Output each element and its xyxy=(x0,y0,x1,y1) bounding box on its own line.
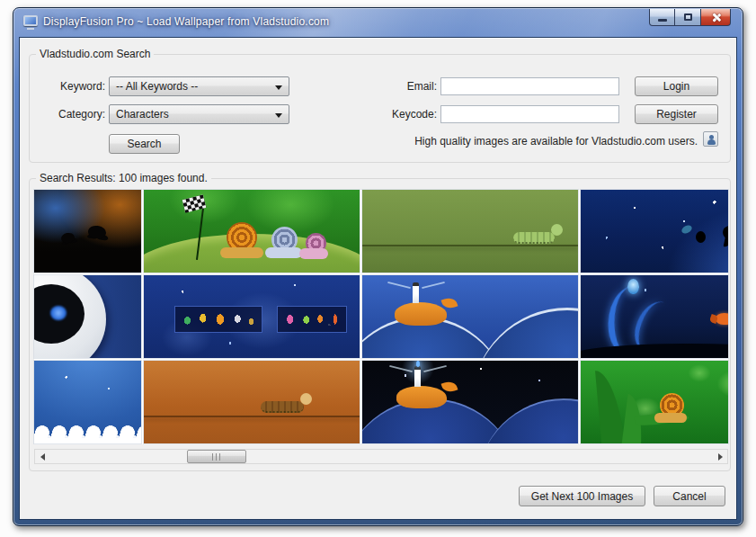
scrollbar-track[interactable] xyxy=(49,450,713,463)
thumbnail[interactable] xyxy=(362,361,578,443)
vladstudio-user-info-button[interactable] xyxy=(703,131,718,147)
get-next-100-images-button[interactable]: Get Next 100 Images xyxy=(519,486,645,506)
wallpaper-art-robot-eye xyxy=(34,275,141,358)
category-dropdown-value: Characters xyxy=(116,108,169,121)
wallpaper-art-night-comma xyxy=(581,190,728,273)
results-group-title: Search Results: 100 images found. xyxy=(36,172,211,184)
keyword-dropdown-value: -- All Keywords -- xyxy=(116,80,198,93)
wallpaper-art-night-plant xyxy=(581,275,728,358)
vladstudio-user-icon-body xyxy=(707,139,716,145)
keyword-dropdown[interactable]: -- All Keywords -- xyxy=(109,76,289,96)
thumbnail[interactable] xyxy=(581,361,728,443)
chevron-down-icon xyxy=(275,85,282,90)
search-groupbox: Vladstudio.com Search Keyword: -- All Ke… xyxy=(29,54,731,163)
cancel-button[interactable]: Cancel xyxy=(654,486,725,506)
scroll-left-button[interactable] xyxy=(35,450,49,463)
keycode-field[interactable] xyxy=(440,105,619,123)
login-button[interactable]: Login xyxy=(635,76,718,96)
thumbnail-grid xyxy=(34,190,728,444)
wallpaper-art-whale-day xyxy=(362,275,578,358)
thumbnail[interactable] xyxy=(144,361,360,443)
thumbnail[interactable] xyxy=(581,275,728,358)
thumbnail[interactable] xyxy=(581,190,728,273)
dialog-client-area: Vladstudio.com Search Keyword: -- All Ke… xyxy=(19,37,737,520)
wallpaper-art-orange-caterpillar xyxy=(144,361,360,443)
title-bar: DisplayFusion Pro ~ Load Wallpaper from … xyxy=(13,8,743,37)
scroll-right-button[interactable] xyxy=(713,450,727,463)
dialog-window: DisplayFusion Pro ~ Load Wallpaper from … xyxy=(13,7,743,526)
horizontal-scrollbar[interactable] xyxy=(34,449,728,464)
close-button[interactable] xyxy=(701,9,731,26)
monitor-icon-stand xyxy=(27,28,34,30)
email-label: Email: xyxy=(371,80,437,93)
high-quality-info-text: High quality images are available for Vl… xyxy=(414,135,698,148)
wallpaper-art-snail-race xyxy=(144,190,360,273)
results-groupbox: Search Results: 100 images found. xyxy=(29,178,731,471)
keyword-label: Keyword: xyxy=(37,80,105,93)
wallpaper-art-whale-night xyxy=(362,361,578,443)
keycode-label: Keycode: xyxy=(371,108,437,121)
monitor-icon-screen xyxy=(23,15,38,26)
thumbnail[interactable] xyxy=(34,190,141,273)
close-icon xyxy=(711,13,721,22)
maximize-button[interactable] xyxy=(675,9,701,26)
wallpaper-art-green-caterpillar xyxy=(362,190,578,273)
minimize-button[interactable] xyxy=(649,9,675,26)
thumbnail[interactable] xyxy=(34,275,141,358)
search-button[interactable]: Search xyxy=(109,134,180,154)
window-controls xyxy=(649,9,731,26)
register-button[interactable]: Register xyxy=(635,104,718,124)
thumbnail[interactable] xyxy=(362,190,578,273)
search-group-title: Vladstudio.com Search xyxy=(36,48,154,60)
monitor-icon xyxy=(23,15,39,29)
thumbnail-row xyxy=(34,361,728,443)
category-label: Category: xyxy=(37,108,105,121)
scroll-left-icon xyxy=(40,453,45,461)
thumbnail[interactable] xyxy=(34,361,141,443)
scrollbar-grip-icon xyxy=(212,453,221,461)
scroll-right-icon xyxy=(718,453,723,461)
scrollbar-thumb[interactable] xyxy=(187,450,246,463)
thumbnail[interactable] xyxy=(144,190,360,273)
thumbnail-row xyxy=(34,275,728,358)
wallpaper-art-space-shelves xyxy=(144,275,360,358)
category-dropdown[interactable]: Characters xyxy=(109,104,289,124)
wallpaper-art-ants xyxy=(34,190,141,273)
thumbnail[interactable] xyxy=(144,275,360,358)
maximize-icon xyxy=(684,13,692,21)
thumbnail[interactable] xyxy=(362,275,578,358)
email-field[interactable] xyxy=(440,77,619,95)
wallpaper-art-snow-sky xyxy=(34,361,141,443)
thumbnail-row xyxy=(34,190,728,273)
minimize-icon xyxy=(658,19,667,22)
chevron-down-icon xyxy=(275,113,282,118)
wallpaper-art-grass-snail xyxy=(581,361,728,443)
window-title: DisplayFusion Pro ~ Load Wallpaper from … xyxy=(43,15,329,28)
